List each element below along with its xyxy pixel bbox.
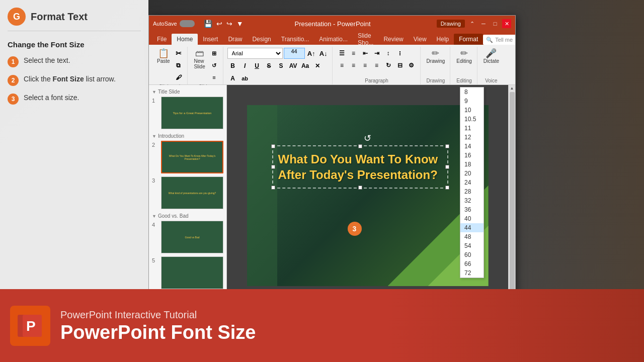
bullets-btn[interactable]: ☰ [337, 48, 348, 59]
fsd-14[interactable]: 14 [460, 142, 484, 151]
layout-btn[interactable]: ⊞ [209, 48, 220, 59]
tab-transitions[interactable]: Transitio... [276, 34, 314, 45]
fsd-10[interactable]: 10 [460, 106, 484, 115]
redo-icon[interactable]: ↪ [226, 20, 232, 28]
font-name-select[interactable]: Arial [227, 48, 283, 59]
fsd-54[interactable]: 54 [460, 241, 484, 250]
fsd-11[interactable]: 11 [460, 124, 484, 133]
font-size-dropdown[interactable]: 8 9 10 10.5 11 12 14 16 18 20 24 28 32 3… [460, 87, 484, 278]
fsd-8[interactable]: 8 [460, 87, 484, 97]
ribbon-toggle-btn[interactable]: ⌃ [467, 19, 476, 28]
fsd-18[interactable]: 18 [460, 160, 484, 169]
scroll-up-arrow[interactable]: ▲ [510, 86, 514, 90]
slide-thumb-4[interactable]: 4 Good vs Bad [152, 221, 223, 253]
handle-br[interactable] [445, 186, 449, 190]
save-icon[interactable]: 💾 [204, 20, 212, 28]
format-painter-btn[interactable]: 🖌 [173, 72, 184, 83]
fsd-20[interactable]: 20 [460, 169, 484, 178]
line-spacing-btn[interactable]: ↕ [383, 48, 394, 59]
change-case-btn[interactable]: Aa [300, 60, 311, 71]
numbering-btn[interactable]: ≡ [348, 48, 359, 59]
slide-2-img[interactable]: What Do You Want To Know After Today's P… [161, 141, 223, 173]
font-color-btn[interactable]: A [227, 73, 238, 84]
handle-mr[interactable] [445, 165, 449, 169]
tab-draw[interactable]: Draw [223, 34, 247, 45]
customize-icon[interactable]: ▼ [236, 20, 244, 28]
slide-4-img[interactable]: Good vs Bad [161, 221, 223, 253]
fsd-12[interactable]: 12 [460, 133, 484, 142]
increase-font-btn[interactable]: A↑ [306, 48, 317, 59]
underline-btn[interactable]: U [252, 60, 263, 71]
text-direction-btn[interactable]: ↻ [383, 60, 394, 71]
char-spacing-btn[interactable]: AV [288, 60, 299, 71]
slide-thumb-2[interactable]: 2 What Do You Want To Know After Today's… [152, 141, 223, 173]
slide-1-img[interactable]: Tips for a Great Presentation [161, 97, 223, 129]
fsd-28[interactable]: 28 [460, 187, 484, 196]
tab-review[interactable]: Review [378, 34, 408, 45]
fsd-72[interactable]: 72 [460, 268, 484, 278]
scroll-thumb[interactable] [510, 92, 515, 299]
fsd-44[interactable]: 44 [460, 223, 484, 232]
drawing-btn[interactable]: ✏ Drawing [425, 48, 447, 65]
reset-btn[interactable]: ↺ [209, 60, 220, 71]
fsd-48[interactable]: 48 [460, 232, 484, 241]
decrease-font-btn[interactable]: A↓ [318, 48, 329, 59]
maximize-btn[interactable]: □ [491, 19, 500, 28]
slide-thumb-1[interactable]: 1 Tips for a Great Presentation [152, 97, 223, 129]
smartart-btn[interactable]: ⚙ [406, 60, 417, 71]
bold-btn[interactable]: B [227, 60, 238, 71]
editing-btn[interactable]: ✏ Editing [454, 48, 474, 65]
handle-bm[interactable] [358, 186, 362, 190]
fsd-40[interactable]: 40 [460, 214, 484, 223]
shadow-btn[interactable]: S [276, 60, 287, 71]
font-size-input[interactable]: 44 [284, 48, 305, 59]
align-right-btn[interactable]: ≡ [360, 60, 371, 71]
dictate-btn[interactable]: 🎤 Dictate [481, 48, 501, 65]
rotation-handle[interactable]: ↺ [364, 133, 371, 144]
v-scrollbar[interactable]: ▲ ▼ [508, 85, 515, 306]
minimize-btn[interactable]: ─ [479, 19, 488, 28]
slide-thumb-5[interactable]: 5 [152, 256, 223, 289]
handle-ml[interactable] [271, 165, 275, 169]
new-slide-btn[interactable]: 🗃 NewSlide [192, 48, 208, 70]
fsd-24[interactable]: 24 [460, 178, 484, 187]
fsd-16[interactable]: 16 [460, 151, 484, 160]
strikethrough-btn[interactable]: S [264, 60, 275, 71]
text-align-v-btn[interactable]: ⊟ [394, 60, 406, 71]
handle-bl[interactable] [271, 186, 275, 190]
close-btn[interactable]: ✕ [502, 19, 511, 28]
tab-format[interactable]: Format [454, 34, 483, 45]
drawing-tab-btn[interactable]: Drawing [437, 20, 465, 28]
tab-file[interactable]: File [152, 34, 172, 45]
handle-tl[interactable] [271, 144, 275, 148]
paste-btn[interactable]: 📋 Paste [155, 48, 172, 65]
tab-home[interactable]: Home [172, 34, 198, 45]
align-left-btn[interactable]: ≡ [337, 60, 348, 71]
autosave-toggle[interactable] [180, 20, 195, 27]
undo-icon[interactable]: ↩ [216, 20, 222, 28]
tell-me-input[interactable]: 🔍 Tell me [483, 35, 516, 45]
slide-text-box[interactable]: What Do You Want To Know After Today's P… [272, 145, 448, 189]
cut-btn[interactable]: ✂ [173, 48, 184, 59]
section-btn[interactable]: ≡ [209, 72, 220, 83]
indent-increase-btn[interactable]: ⇥ [371, 48, 382, 59]
tab-view[interactable]: View [409, 34, 432, 45]
tab-animations[interactable]: Animatio... [314, 34, 353, 45]
slide-5-img[interactable] [161, 256, 223, 289]
tab-help[interactable]: Help [432, 34, 454, 45]
fsd-60[interactable]: 60 [460, 250, 484, 259]
fsd-36[interactable]: 36 [460, 205, 484, 214]
fsd-66[interactable]: 66 [460, 259, 484, 268]
justify-btn[interactable]: ≡ [371, 60, 382, 71]
slide-3-img[interactable]: What kind of presentations are you givin… [161, 176, 223, 209]
fsd-32[interactable]: 32 [460, 196, 484, 205]
columns-btn[interactable]: ⫶ [394, 48, 406, 59]
handle-tm[interactable] [358, 144, 362, 148]
align-center-btn[interactable]: ≡ [348, 60, 359, 71]
indent-decrease-btn[interactable]: ⇤ [360, 48, 371, 59]
fsd-9[interactable]: 9 [460, 97, 484, 106]
italic-btn[interactable]: I [239, 60, 251, 71]
highlight-btn[interactable]: ab [239, 73, 251, 84]
tab-design[interactable]: Design [247, 34, 276, 45]
clear-format-btn[interactable]: ✕ [312, 60, 323, 71]
